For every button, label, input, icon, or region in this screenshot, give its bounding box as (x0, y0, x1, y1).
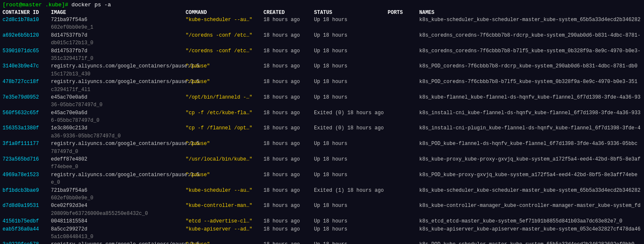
cell-container-id: 4969a78e1523 (3, 172, 51, 179)
cell-ports (388, 110, 419, 117)
table-row-continuation: 351c3294171f_0 (3, 55, 641, 62)
cell-container-id: 478b727cc18f (3, 78, 51, 86)
cell-names: k8s_kube-proxy_kube-proxy-gxvjq_kube-sys… (419, 156, 641, 163)
table-row-continuation: c3294171f_4l1 (3, 86, 641, 94)
table-row-continuation: db015c172b13_0 (3, 40, 641, 47)
table-row-continuation: 6-05bbc787497d_0 (3, 117, 641, 124)
table-row-continuation: e_0 (3, 179, 641, 186)
cell-ports (388, 140, 419, 147)
cell-created: 18 hours ago (263, 32, 314, 39)
cell-created: 18 hours ago (263, 94, 314, 101)
table-row: 7e35e79d0952 e45ac70e0a6d "/opt/bin/flan… (3, 94, 641, 101)
cell-image: 721ba97f54a6 (51, 16, 186, 24)
cell-container-id: 156353a1380f (3, 125, 51, 132)
cell-command: "/opt/bin/flanneld -…" (186, 94, 263, 101)
terminal-window: [root@master .kube]# docker ps -a CONTAI… (0, 0, 644, 244)
cell-command: "/coredns -conf /etc…" (186, 48, 263, 55)
cell-ports (388, 32, 419, 39)
cell-created: 18 hours ago (263, 78, 314, 86)
header-container-id: CONTAINER ID (3, 10, 51, 16)
cell-created: 18 hours ago (263, 241, 314, 244)
cell-ports (388, 16, 419, 24)
cell-status: Up 18 hours (314, 156, 388, 163)
cell-image: registry.aliyuncs.com/google_containers/… (51, 63, 186, 70)
table-row: 3f1a0f111177 registry.aliyuncs.com/googl… (3, 140, 641, 147)
cell-container-id: d7d8d0a19531 (3, 202, 51, 209)
cell-status: Exited (1) 18 hours ago (314, 187, 388, 194)
prompt-user: [root@master .kube]# (3, 2, 68, 8)
header-command: COMMAND (186, 10, 263, 16)
cell-names: k8s_kube-controller-manager_kube-control… (419, 202, 641, 209)
cell-image: 721ba97f54a6 (51, 187, 186, 194)
cell-status: Up 18 hours (314, 78, 388, 86)
table-row-continuation: 787497d_0 (3, 148, 641, 156)
cell-status: Up 18 hours (314, 32, 388, 39)
cell-image: e45ac70e0a6d (51, 94, 186, 101)
cell-container-id: 7e35e79d0952 (3, 94, 51, 101)
cell-status: Up 18 hours (314, 16, 388, 24)
cell-container-id: 3a0229fce578 (3, 241, 51, 244)
cell-ports (388, 172, 419, 179)
cell-command: "/pause" (186, 63, 263, 70)
cell-names: k8s_kube-scheduler_kube-scheduler-master… (419, 187, 641, 194)
cell-created: 18 hours ago (263, 48, 314, 55)
cell-image: 8d147537fb7d (51, 32, 186, 39)
table-row: 478b727cc18f registry.aliyuncs.com/googl… (3, 78, 641, 86)
table-row-continuation: 15c172b13_430 (3, 71, 641, 78)
cell-names: k8s_kube-flannel_kube-flannel-ds-hqnfv_k… (419, 94, 641, 101)
table-row-continuation: 20809bfe63726000ea855250e8432c_0 (3, 210, 641, 217)
cell-image: edeff87e4802 (51, 156, 186, 163)
command-text: docker ps -a (72, 2, 111, 8)
table-row: eab5f36a0a44 8a5cc299272d "kube-apiserve… (3, 226, 641, 233)
cell-created: 18 hours ago (263, 187, 314, 194)
cell-created: 18 hours ago (263, 63, 314, 70)
table-row-continuation: a36-9336-05bbc787497d_0 (3, 133, 641, 140)
cell-image: registry.aliyuncs.com/google_containers/… (51, 172, 186, 179)
cell-created: 18 hours ago (263, 156, 314, 163)
cell-container-id: 723a565bd716 (3, 156, 51, 163)
table-header: CONTAINER ID IMAGE COMMAND CREATED STATU… (3, 10, 641, 16)
cell-command: "cp -f /etc/kube-fla…" (186, 110, 263, 117)
header-created: CREATED (263, 10, 314, 16)
cell-image: registry.aliyuncs.com/google_containers/… (51, 140, 186, 147)
cell-container-id: 560f5632c65f (3, 110, 51, 117)
cell-command: "/usr/local/bin/kube…" (186, 156, 263, 163)
cell-names: k8s_POD_kube-proxy-gxvjq_kube-system_a17… (419, 172, 641, 179)
command-prompt: [root@master .kube]# docker ps -a (3, 2, 641, 8)
cell-command: "kube-scheduler --au…" (186, 16, 263, 24)
cell-container-id: 41561b75edbf (3, 218, 51, 225)
cell-image: 8d147537fb7d (51, 48, 186, 55)
cell-container-id: a692e6b5b120 (3, 32, 51, 39)
cell-names: k8s_install-cni_kube-flannel-ds-hqnfv_ku… (419, 110, 641, 117)
cell-status: Up 18 hours (314, 202, 388, 209)
cell-image: 0ce02f92d3e4 (51, 202, 186, 209)
cell-ports (388, 125, 419, 132)
cell-ports (388, 63, 419, 70)
cell-ports (388, 226, 419, 233)
header-status: STATUS (314, 10, 388, 16)
cell-ports (388, 156, 419, 163)
cell-ports (388, 94, 419, 101)
cell-ports (388, 48, 419, 55)
cell-command: "/pause" (186, 140, 263, 147)
cell-created: 18 hours ago (263, 16, 314, 24)
table-row: 41561b75edbf 004811815584 "etcd --advert… (3, 218, 641, 225)
cell-container-id: eab5f36a0a44 (3, 226, 51, 233)
cell-names: k8s_coredns_coredns-7f6cbbb7b8-rdcrp_kub… (419, 32, 641, 39)
cell-status: Exited (0) 18 hours ago (314, 110, 388, 117)
table-row: 4969a78e1523 registry.aliyuncs.com/googl… (3, 172, 641, 179)
cell-command: "/pause" (186, 172, 263, 179)
cell-image: 004811815584 (51, 218, 186, 225)
table-row: 3a0229fce578 registry.aliyuncs.com/googl… (3, 241, 641, 244)
table-body: c2d8c1b78a10 721ba97f54a6 "kube-schedule… (3, 16, 641, 244)
cell-names: k8s_kube-apiserver_kube-apiserver-master… (419, 226, 641, 233)
table-row-continuation: f74ebee_0 (3, 164, 641, 171)
cell-names: k8s_coredns_coredns-7f6cbbb7b8-b7lf5_kub… (419, 48, 641, 55)
cell-status: Up 18 hours (314, 172, 388, 179)
table-row: d7d8d0a19531 0ce02f92d3e4 "kube-controll… (3, 202, 641, 209)
table-row: bf1bdcb3bae9 721ba97f54a6 "kube-schedule… (3, 187, 641, 194)
table-row-continuation: 602ef0bb0e9e_1 (3, 24, 641, 31)
cell-created: 18 hours ago (263, 218, 314, 225)
cell-command: "/pause" (186, 241, 263, 244)
cell-status: Up 18 hours (314, 48, 388, 55)
